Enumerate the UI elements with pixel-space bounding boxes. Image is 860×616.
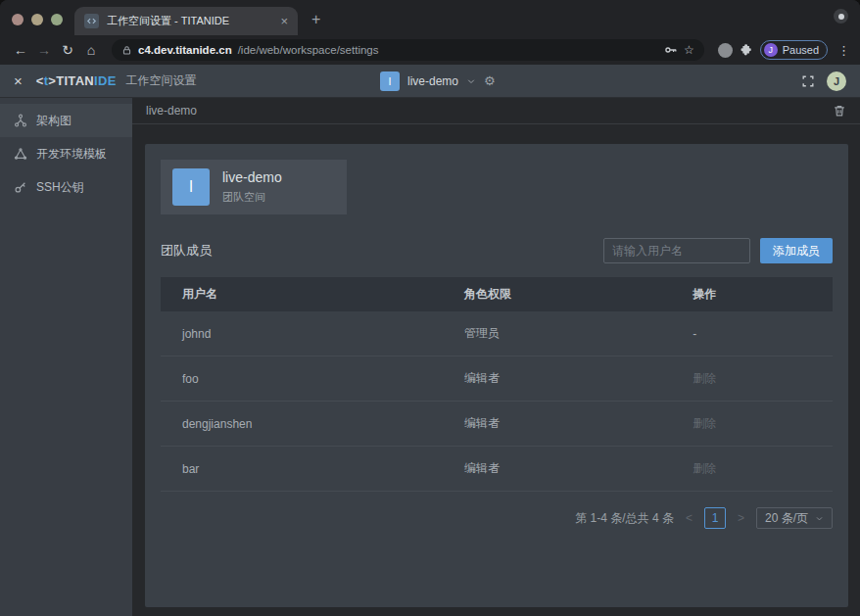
url-domain: c4.dev.titanide.cn bbox=[138, 44, 232, 56]
add-member-button[interactable]: 添加成员 bbox=[760, 238, 833, 263]
sidebar-item-label: 架构图 bbox=[36, 113, 72, 129]
close-window-icon[interactable] bbox=[12, 14, 24, 25]
home-icon[interactable]: ⌂ bbox=[80, 42, 102, 58]
member-role: 编辑者 bbox=[443, 402, 671, 447]
workspace-card: l live-demo 团队空间 bbox=[161, 160, 347, 214]
main-content: live-demo l live-demo 团队空间 团队成员 bbox=[132, 98, 860, 616]
workspace-card-type: 团队空间 bbox=[222, 190, 282, 205]
ssh-key-icon bbox=[14, 180, 27, 194]
delete-member-link[interactable]: 删除 bbox=[693, 416, 716, 430]
col-username: 用户名 bbox=[161, 277, 443, 311]
member-username: johnd bbox=[161, 311, 443, 356]
forward-icon[interactable]: → bbox=[33, 42, 55, 58]
reload-icon[interactable]: ↻ bbox=[57, 42, 78, 58]
architecture-diagram-icon bbox=[14, 114, 27, 127]
member-username: bar bbox=[161, 447, 443, 492]
page-title: 工作空间设置 bbox=[126, 72, 197, 89]
breadcrumb-bar: live-demo bbox=[132, 98, 860, 124]
settings-panel: l live-demo 团队空间 团队成员 添加成员 bbox=[145, 144, 848, 607]
logo-ide: IDE bbox=[94, 73, 117, 88]
workspace-selector[interactable]: l live-demo ⚙ bbox=[380, 71, 496, 91]
member-action-none: - bbox=[671, 311, 833, 356]
table-row: dengjianshen 编辑者 删除 bbox=[161, 402, 833, 447]
page-number-button[interactable]: 1 bbox=[704, 507, 726, 529]
delete-workspace-trash-icon[interactable] bbox=[833, 104, 846, 118]
browser-profile-icon[interactable] bbox=[834, 9, 848, 24]
zoom-window-icon[interactable] bbox=[51, 14, 63, 25]
table-row: foo 编辑者 删除 bbox=[161, 356, 833, 402]
fullscreen-icon[interactable] bbox=[801, 74, 815, 88]
table-row: johnd 管理员 - bbox=[161, 311, 833, 356]
password-key-icon[interactable] bbox=[664, 43, 678, 57]
lock-icon[interactable] bbox=[121, 45, 132, 56]
sidebar: 架构图 开发环境模板 SSH公钥 bbox=[0, 98, 132, 616]
workspace-settings-gear-icon[interactable]: ⚙ bbox=[484, 73, 496, 88]
pagination-summary: 第 1-4 条/总共 4 条 bbox=[575, 510, 674, 527]
member-username: dengjianshen bbox=[161, 402, 443, 447]
browser-window: 工作空间设置 - TITANIDE × + ← → ↻ ⌂ c4.dev.tit… bbox=[0, 0, 860, 616]
browser-menu-icon[interactable]: ⋮ bbox=[837, 43, 850, 58]
chevron-down-icon bbox=[815, 514, 824, 523]
member-role: 管理员 bbox=[443, 311, 671, 356]
member-username: foo bbox=[161, 356, 443, 402]
page-size-select[interactable]: 20 条/页 bbox=[756, 507, 833, 529]
logo-titan: TITAN bbox=[56, 73, 94, 88]
sidebar-item-ssh-key[interactable]: SSH公钥 bbox=[0, 170, 132, 204]
prev-page-icon[interactable]: < bbox=[684, 511, 694, 525]
app-close-icon[interactable]: × bbox=[14, 72, 23, 89]
tab-strip: 工作空间设置 - TITANIDE × + bbox=[0, 0, 860, 35]
sidebar-item-dev-env-template[interactable]: 开发环境模板 bbox=[0, 137, 132, 170]
profile-paused-chip[interactable]: J Paused bbox=[760, 40, 828, 60]
browser-tab[interactable]: 工作空间设置 - TITANIDE × bbox=[74, 7, 298, 35]
tab-close-icon[interactable]: × bbox=[280, 15, 288, 27]
extension-icon[interactable] bbox=[718, 43, 733, 58]
workspace-name: live-demo bbox=[407, 74, 458, 88]
logo-bracket-open: < bbox=[36, 73, 44, 88]
url-path: /ide/web/workspace/settings bbox=[238, 44, 379, 56]
sidebar-item-label: 开发环境模板 bbox=[36, 146, 107, 163]
app-header: × <t>TITANIDE 工作空间设置 l live-demo ⚙ J bbox=[0, 65, 860, 98]
next-page-icon[interactable]: > bbox=[736, 511, 746, 525]
address-bar[interactable]: c4.dev.titanide.cn /ide/web/workspace/se… bbox=[112, 39, 704, 61]
col-actions: 操作 bbox=[671, 277, 833, 311]
delete-member-link[interactable]: 删除 bbox=[693, 461, 716, 475]
user-avatar[interactable]: J bbox=[827, 71, 846, 91]
tab-title: 工作空间设置 - TITANIDE bbox=[107, 14, 272, 28]
members-title: 团队成员 bbox=[161, 242, 212, 260]
bookmark-star-icon[interactable]: ☆ bbox=[684, 43, 694, 57]
member-role: 编辑者 bbox=[443, 356, 671, 402]
profile-avatar: J bbox=[764, 43, 778, 57]
back-icon[interactable]: ← bbox=[10, 42, 31, 58]
paused-label: Paused bbox=[783, 44, 819, 56]
traffic-lights bbox=[12, 14, 63, 25]
titanide-logo: <t>TITANIDE bbox=[36, 73, 117, 88]
workspace-card-avatar: l bbox=[172, 168, 210, 206]
breadcrumb: live-demo bbox=[146, 104, 197, 118]
table-row: bar 编辑者 删除 bbox=[161, 447, 833, 492]
template-triangle-icon bbox=[14, 147, 27, 161]
page-size-value: 20 条/页 bbox=[765, 510, 808, 527]
username-search-input[interactable] bbox=[603, 238, 750, 263]
pagination: 第 1-4 条/总共 4 条 < 1 > 20 条/页 bbox=[161, 507, 833, 529]
members-header: 团队成员 添加成员 bbox=[161, 238, 833, 263]
workspace-avatar: l bbox=[380, 71, 400, 91]
browser-toolbar: ← → ↻ ⌂ c4.dev.titanide.cn /ide/web/work… bbox=[0, 35, 860, 65]
member-role: 编辑者 bbox=[443, 447, 671, 492]
chevron-down-icon[interactable] bbox=[466, 76, 476, 86]
col-role: 角色权限 bbox=[443, 277, 671, 311]
new-tab-button[interactable]: + bbox=[311, 11, 320, 28]
sidebar-item-architecture[interactable]: 架构图 bbox=[0, 104, 132, 137]
delete-member-link[interactable]: 删除 bbox=[693, 371, 716, 385]
extensions-puzzle-icon[interactable] bbox=[739, 43, 752, 57]
members-table: 用户名 角色权限 操作 johnd 管理员 - foo bbox=[161, 277, 833, 492]
minimize-window-icon[interactable] bbox=[31, 14, 43, 25]
workspace-card-name: live-demo bbox=[222, 169, 282, 185]
table-header-row: 用户名 角色权限 操作 bbox=[161, 277, 833, 311]
titanide-favicon-icon bbox=[84, 14, 99, 28]
sidebar-item-label: SSH公钥 bbox=[36, 179, 84, 196]
